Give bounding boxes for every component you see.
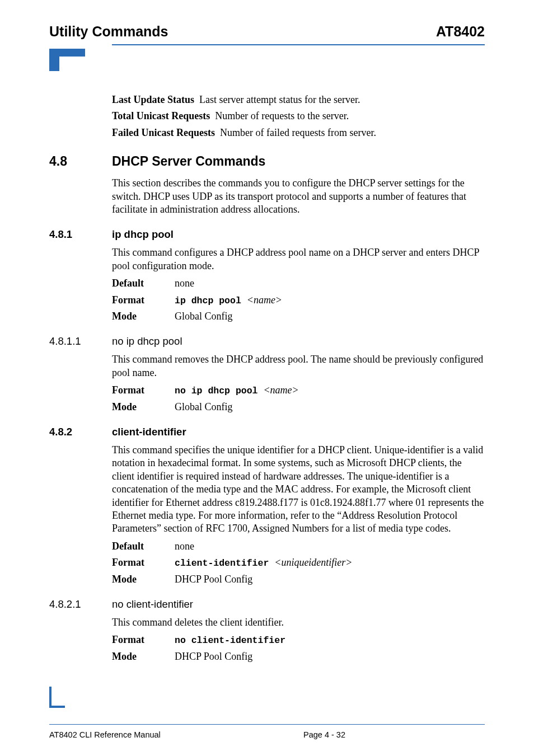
kv-key: Mode	[112, 650, 175, 663]
page-footer: AT8402 CLI Reference Manual Page 4 - 32	[49, 730, 485, 739]
kv-val: Global Config	[175, 401, 485, 414]
row-default: Default none	[112, 540, 485, 553]
row-mode: Mode Global Config	[112, 401, 485, 414]
section-4-8-1-heading: 4.8.1 ip dhcp pool	[49, 228, 485, 241]
row-format: Format ip dhcp pool <name>	[112, 294, 485, 307]
cmd-text: client-identifier	[175, 558, 274, 569]
kv-key: Default	[112, 540, 175, 553]
row-format: Format client-identifier <uniqueidentifi…	[112, 556, 485, 569]
section-4-8-2-heading: 4.8.2 client-identifier	[49, 426, 485, 438]
header-right: AT8402	[436, 24, 485, 40]
cmd-text: no ip dhcp pool	[175, 386, 263, 396]
cmd-spec-table: Format no ip dhcp pool <name> Mode Globa…	[112, 384, 485, 414]
kv-val: DHCP Pool Config	[175, 650, 485, 663]
section-number: 4.8.1.1	[49, 335, 112, 348]
cmd-text: no client-identifier	[175, 635, 285, 646]
svg-rect-0	[49, 49, 59, 71]
section-4-8-1-1-intro: This command removes the DHCP address po…	[112, 353, 485, 379]
section-4-8-2-1-intro: This command deletes the client identifi…	[112, 616, 485, 629]
def-desc: Last server attempt status for the serve…	[199, 94, 360, 105]
section-title: DHCP Server Commands	[112, 154, 265, 169]
cmd-spec-table: Default none Format client-identifier <u…	[112, 540, 485, 586]
section-4-8-1-intro: This command configures a DHCP address p…	[112, 246, 485, 273]
header-left: Utility Commands	[49, 24, 168, 40]
def-term: Total Unicast Requests	[112, 110, 210, 121]
cmd-text: ip dhcp pool	[175, 295, 247, 306]
page-header: Utility Commands AT8402	[49, 24, 485, 40]
section-title: client-identifier	[112, 426, 186, 438]
svg-rect-1	[59, 49, 85, 57]
cmd-arg: <name>	[247, 294, 282, 306]
row-mode: Mode DHCP Pool Config	[112, 573, 485, 586]
kv-val: DHCP Pool Config	[175, 573, 485, 586]
def-desc: Number of requests to the server.	[215, 110, 349, 121]
row-format: Format no ip dhcp pool <name>	[112, 384, 485, 397]
section-4-8-1-1-heading: 4.8.1.1 no ip dhcp pool	[49, 335, 485, 348]
svg-rect-2	[49, 687, 51, 708]
kv-val: client-identifier <uniqueidentifier>	[175, 556, 485, 569]
section-4-8-intro: This section describes the commands you …	[112, 177, 485, 216]
def-desc: Number of failed requests from server.	[220, 127, 376, 138]
def-total-unicast: Total Unicast Requests Number of request…	[112, 110, 485, 123]
corner-mark-icon	[49, 687, 65, 710]
kv-key: Mode	[112, 310, 175, 323]
def-term: Last Update Status	[112, 94, 194, 105]
section-number: 4.8.2	[49, 426, 112, 438]
def-failed-unicast: Failed Unicast Requests Number of failed…	[112, 126, 485, 139]
cmd-arg: <name>	[263, 384, 298, 396]
brand-logo-icon	[49, 49, 485, 78]
footer-page: Page 4 - 32	[231, 730, 485, 739]
section-title: no client-identifier	[112, 598, 193, 611]
section-4-8-2-intro: This command specifies the unique identi…	[112, 444, 485, 536]
section-title: no ip dhcp pool	[112, 335, 182, 348]
kv-key: Mode	[112, 401, 175, 414]
section-4-8-heading: 4.8 DHCP Server Commands	[49, 154, 485, 169]
header-rule	[112, 44, 485, 45]
kv-val: none	[175, 540, 485, 553]
kv-val: none	[175, 277, 485, 290]
kv-key: Format	[112, 556, 175, 569]
section-4-8-2-1-heading: 4.8.2.1 no client-identifier	[49, 598, 485, 611]
cmd-spec-table: Default none Format ip dhcp pool <name> …	[112, 277, 485, 323]
footer-rule	[49, 724, 485, 725]
kv-val: Global Config	[175, 310, 485, 323]
kv-key: Mode	[112, 573, 175, 586]
svg-rect-3	[49, 706, 65, 708]
row-default: Default none	[112, 277, 485, 290]
kv-key: Default	[112, 277, 175, 290]
section-number: 4.8.1	[49, 228, 112, 241]
def-term: Failed Unicast Requests	[112, 127, 215, 138]
footer-left: AT8402 CLI Reference Manual	[49, 730, 231, 739]
kv-val: ip dhcp pool <name>	[175, 294, 485, 307]
row-mode: Mode DHCP Pool Config	[112, 650, 485, 663]
row-mode: Mode Global Config	[112, 310, 485, 323]
cmd-spec-table: Format no client-identifier Mode DHCP Po…	[112, 633, 485, 663]
row-format: Format no client-identifier	[112, 633, 485, 646]
section-number: 4.8	[49, 154, 112, 169]
kv-key: Format	[112, 633, 175, 646]
kv-key: Format	[112, 384, 175, 397]
cmd-arg: <uniqueidentifier>	[274, 557, 352, 568]
kv-val: no ip dhcp pool <name>	[175, 384, 485, 397]
kv-val: no client-identifier	[175, 633, 485, 646]
kv-key: Format	[112, 294, 175, 307]
def-last-update: Last Update Status Last server attempt s…	[112, 93, 485, 106]
section-number: 4.8.2.1	[49, 598, 112, 611]
section-title: ip dhcp pool	[112, 228, 174, 241]
